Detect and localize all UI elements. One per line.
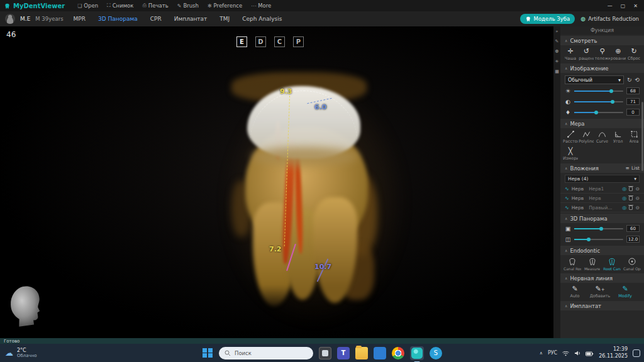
attachment-row[interactable]: ∿ Нерв Нерв1 ◎⊖ [560, 184, 644, 194]
nerve-auto-tool[interactable]: ✎Auto [567, 285, 583, 299]
trash-icon[interactable] [629, 196, 633, 200]
canal-root-tool[interactable]: Canal Root [564, 257, 581, 271]
rotate-tool[interactable]: ↺ращение [579, 47, 594, 61]
refresh-icon[interactable]: ↻ [627, 77, 632, 83]
measurement-label[interactable]: 7.2 [269, 245, 282, 253]
root-canal-tool[interactable]: Root Canal [603, 257, 621, 271]
orientation-head-model[interactable] [3, 282, 48, 332]
tray-chevron-icon[interactable]: ∧ [540, 351, 543, 356]
section-image[interactable]: ∧Изображение [560, 63, 644, 73]
area-tool[interactable]: Area [626, 130, 641, 144]
menu-more[interactable]: ⋯More [251, 3, 271, 9]
visibility-icon[interactable]: ◎ [622, 205, 626, 211]
brightness-slider[interactable] [574, 90, 623, 92]
menu-open[interactable]: ❏Open [77, 3, 98, 9]
start-button[interactable] [202, 348, 213, 359]
menu-snapshot[interactable]: ⛶Снимок [107, 3, 133, 9]
slider-handle[interactable] [609, 89, 613, 93]
patient-avatar[interactable] [5, 14, 15, 24]
attachment-row[interactable]: ∿ Нерв Правый... ◎⊖ [560, 203, 644, 212]
taskbar-clock[interactable]: 12:39 26.11.2025 [599, 346, 628, 359]
polyline-tool[interactable]: Polyline [579, 130, 594, 144]
measurement-label[interactable]: 9.3 [280, 87, 292, 96]
section-endodontic[interactable]: ∧Endodontic [560, 246, 644, 255]
taskbar-app-explorer[interactable] [355, 347, 368, 359]
remove-icon[interactable]: ⊖ [635, 186, 640, 192]
remove-icon[interactable]: ⊖ [635, 205, 640, 211]
reset-view-tool[interactable]: ↻Сброс [626, 47, 641, 61]
thickness-slider[interactable] [574, 239, 623, 240]
taskbar-app-mydentviewer-active[interactable] [410, 346, 424, 360]
dolly-tool[interactable]: ⚲тележка [595, 47, 610, 61]
artifacts-reduction-button[interactable]: ◍ Artifacts Reduction [580, 16, 639, 22]
close-button[interactable]: ✕ [633, 3, 638, 9]
section-implant[interactable]: ∧Имплантат [560, 301, 644, 310]
section-nerve-line[interactable]: ∧Нервная линия [560, 273, 644, 283]
view-button-c[interactable]: C [274, 36, 285, 47]
pan-tool[interactable]: ✛Чаша [563, 47, 578, 61]
burst-icon[interactable]: ✳ [555, 59, 559, 64]
measure-tool[interactable]: ╳Измерить [563, 147, 578, 161]
menu-preference[interactable]: ✻Preference [208, 3, 242, 9]
slider-handle[interactable] [611, 100, 614, 104]
taskbar-app-teams[interactable]: T [337, 347, 350, 359]
section-3d-panorama[interactable]: ∧3D Панорама [560, 214, 644, 223]
trash-icon[interactable] [629, 206, 633, 210]
tab-tmj[interactable]: TMJ [219, 16, 230, 22]
weather-widget[interactable]: ☁ 2°C Облачно [5, 344, 37, 362]
tab-cpr[interactable]: CPR [150, 16, 162, 22]
sharpness-slider[interactable] [574, 112, 623, 113]
slider-handle[interactable] [594, 111, 598, 114]
measurement-label[interactable]: 10.7 [314, 263, 331, 271]
list-view-button[interactable]: ≡List [626, 165, 640, 171]
panel-scrollbar[interactable] [641, 102, 643, 171]
minimize-button[interactable]: — [608, 3, 613, 9]
taskbar-app-taskview[interactable] [319, 347, 331, 359]
notification-center-icon[interactable] [633, 349, 640, 357]
tab-ceph-analysis[interactable]: Ceph Analysis [242, 16, 282, 22]
3d-viewport[interactable]: 9.3 6.0 7.2 10.7 46 E D C P [0, 26, 553, 338]
reset-image-icon[interactable]: ⟲ [635, 77, 640, 83]
angle-tool[interactable]: Угол [611, 130, 626, 144]
section-attachments[interactable]: ∧Вложения ≡List [560, 163, 644, 173]
battery-icon[interactable] [586, 347, 594, 359]
menu-print[interactable]: ⎙Печать [142, 3, 168, 9]
nerve-modify-tool[interactable]: ✎Modify [617, 285, 633, 299]
canal-oper-tool[interactable]: Canal Oper [623, 257, 641, 271]
measure-root-tool[interactable]: Measure [584, 257, 601, 271]
maximize-button[interactable]: ▢ [621, 3, 626, 9]
slider-handle[interactable] [599, 227, 603, 231]
section-measure[interactable]: ∧Мера [560, 119, 644, 128]
annotate-icon[interactable]: ✎ [555, 39, 559, 44]
view-button-e[interactable]: E [236, 36, 247, 47]
contrast-slider[interactable] [574, 101, 623, 102]
trash-icon[interactable] [629, 187, 633, 191]
tooth-model-button[interactable]: Модель Зуба [520, 14, 575, 24]
tab-mpr[interactable]: MPR [74, 16, 86, 22]
wifi-icon[interactable] [562, 347, 569, 359]
remove-icon[interactable]: ⊖ [635, 195, 640, 201]
nerve-group-row[interactable]: Нерв (4)▾ [565, 175, 640, 183]
attachment-row[interactable]: ∿ Нерв Нерв ◎⊖ [560, 194, 644, 203]
snowflake-icon[interactable]: ❆ [555, 49, 559, 54]
visibility-icon[interactable]: ◎ [622, 186, 626, 192]
nerve-add-tool[interactable]: ✎₊Добавить [592, 285, 608, 299]
section-view[interactable]: ∧Смотреть [560, 36, 644, 45]
tab-implant[interactable]: Имплантат [174, 16, 208, 22]
curve-tool[interactable]: Curve [595, 130, 610, 144]
taskbar-app-mail[interactable] [374, 347, 386, 359]
taskbar-app-skype[interactable]: S [430, 347, 442, 359]
slider-handle[interactable] [587, 238, 591, 241]
zoom-tool[interactable]: ⊕рование [611, 47, 626, 61]
measurement-label[interactable]: 6.0 [314, 103, 327, 111]
language-indicator[interactable]: РУС [548, 350, 557, 356]
collapse-panel-icon[interactable]: » [555, 29, 558, 34]
distance-tool[interactable]: Расстояние [563, 130, 578, 144]
view-button-p[interactable]: P [293, 36, 304, 47]
panorama-slider[interactable] [574, 228, 623, 229]
grid-icon[interactable]: ▦ [555, 69, 559, 74]
preset-dropdown[interactable]: Обычный▾ [565, 75, 624, 84]
taskbar-search[interactable]: Поиск [219, 347, 313, 359]
tab-3d-panorama[interactable]: 3D Панорама [98, 16, 138, 22]
view-button-d[interactable]: D [255, 36, 266, 47]
